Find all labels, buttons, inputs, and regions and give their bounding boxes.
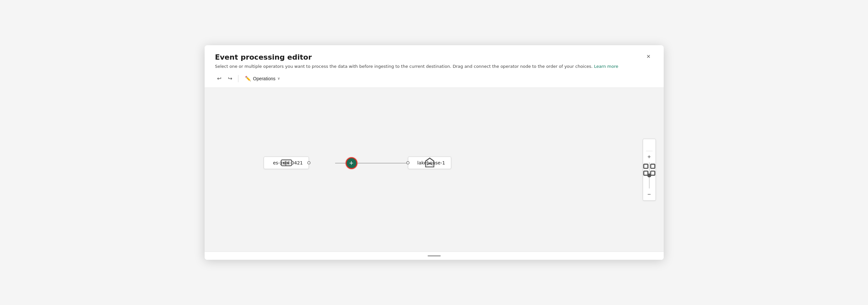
dialog-header: Event processing editor Select one or mu… bbox=[205, 45, 664, 70]
undo-button[interactable]: ↩ bbox=[215, 74, 223, 83]
operations-icon: ✏️ bbox=[245, 76, 251, 81]
operations-button[interactable]: ✏️ Operations ∨ bbox=[242, 74, 283, 83]
zoom-controls: + − bbox=[643, 139, 656, 201]
add-operator-container: + bbox=[346, 157, 358, 169]
zoom-in-button[interactable]: + bbox=[644, 152, 654, 162]
dest-node-left-connector bbox=[406, 161, 409, 165]
connection-svg bbox=[205, 88, 664, 251]
zoom-divider-top bbox=[646, 151, 653, 151]
zoom-slider-thumb[interactable] bbox=[647, 174, 651, 177]
dialog-title: Event processing editor bbox=[215, 53, 618, 61]
destination-node[interactable]: lakehouse-1 bbox=[408, 157, 452, 169]
svg-rect-10 bbox=[651, 171, 655, 175]
add-operator-button[interactable]: + bbox=[346, 157, 358, 169]
learn-more-link[interactable]: Learn more bbox=[594, 64, 618, 69]
header-text: Event processing editor Select one or mu… bbox=[215, 53, 618, 70]
undo-icon: ↩ bbox=[217, 75, 221, 81]
zoom-fit-button[interactable] bbox=[644, 140, 654, 150]
zoom-slider-track bbox=[649, 163, 650, 189]
source-node-right-connector bbox=[307, 161, 311, 165]
bottom-handle bbox=[428, 255, 441, 257]
dialog-subtitle: Select one or multiple operators you wan… bbox=[215, 63, 618, 70]
event-processing-dialog: Event processing editor Select one or mu… bbox=[205, 45, 664, 260]
svg-rect-8 bbox=[651, 164, 655, 168]
toolbar: ↩ ↪ ✏️ Operations ∨ bbox=[205, 69, 664, 88]
redo-button[interactable]: ↪ bbox=[226, 74, 234, 83]
source-node[interactable]: es-xujx-0421 bbox=[264, 157, 309, 169]
bottom-bar bbox=[205, 251, 664, 260]
redo-icon: ↪ bbox=[228, 75, 232, 81]
zoom-out-button[interactable]: − bbox=[644, 189, 654, 199]
source-node-label: es-xujx-0421 bbox=[273, 160, 303, 165]
plus-icon: + bbox=[349, 160, 353, 167]
close-button[interactable]: × bbox=[644, 52, 653, 61]
dest-node-label: lakehouse-1 bbox=[417, 160, 445, 165]
chevron-down-icon: ∨ bbox=[277, 76, 280, 80]
svg-rect-7 bbox=[644, 164, 648, 168]
operations-label: Operations bbox=[253, 76, 275, 81]
canvas-area[interactable]: es-xujx-0421 + lakehouse-1 bbox=[205, 88, 664, 251]
